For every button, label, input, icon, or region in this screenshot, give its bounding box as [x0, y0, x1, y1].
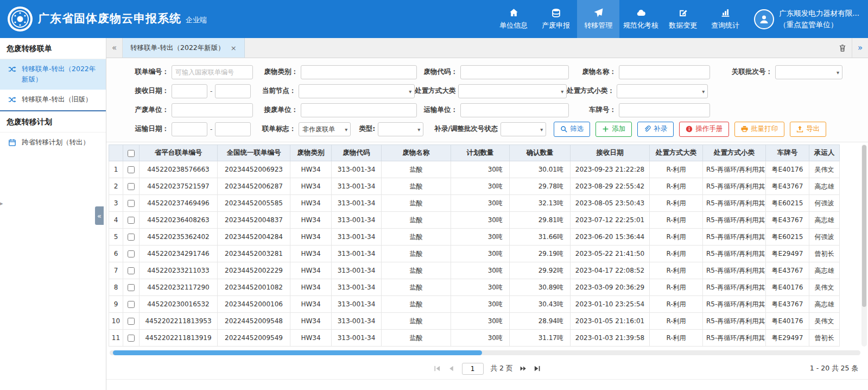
- cell-province-manifest-no: 445220237521597: [140, 178, 218, 195]
- first-page-button[interactable]: [434, 365, 441, 372]
- cell-waste-name: 盐酸: [382, 246, 451, 262]
- row-checkbox[interactable]: [128, 234, 135, 241]
- batch-status-select[interactable]: [500, 122, 546, 136]
- row-checkbox[interactable]: [128, 200, 135, 207]
- table-row[interactable]: 8 445220232117290 20234452001082 HW34 31…: [109, 279, 840, 296]
- prev-page-button[interactable]: [448, 365, 455, 372]
- table-row[interactable]: 3 445220237469496 20234452005585 HW34 31…: [109, 195, 840, 212]
- waste-name-input[interactable]: [619, 65, 710, 79]
- next-page-button[interactable]: [519, 365, 527, 372]
- disposal-major-select[interactable]: [458, 84, 567, 98]
- row-checkbox[interactable]: [128, 267, 135, 274]
- cell-disposal-minor: R5-再循环/再利用其: [703, 195, 766, 212]
- table-row[interactable]: 4 445220236408263 20234452004837 HW34 31…: [109, 212, 840, 229]
- cell-planned-qty: 30吨: [451, 161, 510, 178]
- cell-planned-qty: 30吨: [451, 246, 510, 262]
- tab-scroll-right-button[interactable]: »: [852, 38, 868, 58]
- sidebar-item-transfer-out-old[interactable]: 转移联单-转出（旧版）: [0, 90, 106, 110]
- row-checkbox[interactable]: [128, 183, 135, 190]
- sidebar-collapse-handle[interactable]: «: [95, 206, 104, 225]
- horizontal-scrollbar[interactable]: [110, 350, 860, 355]
- nav-item-unit-info[interactable]: 单位信息: [492, 0, 535, 38]
- nav-item-standard-assess[interactable]: 规范化考核: [619, 0, 662, 38]
- filter-button[interactable]: 筛选: [554, 122, 590, 137]
- row-checkbox[interactable]: [128, 318, 135, 325]
- nav-item-query-stats[interactable]: 查询统计: [704, 0, 746, 38]
- date-separator: -: [207, 87, 215, 95]
- table-row[interactable]: 11 4452202211813919 20224452009549 HW34 …: [109, 330, 840, 347]
- row-checkbox[interactable]: [128, 166, 135, 173]
- row-checkbox[interactable]: [128, 284, 135, 291]
- receive-date-start-input[interactable]: [172, 84, 207, 98]
- trash-icon[interactable]: [833, 38, 852, 58]
- tab-close-icon[interactable]: ×: [231, 44, 237, 52]
- app-title: 广东省固体废物云申报系统: [38, 12, 181, 26]
- filter-label-receiver: 接废单位：: [253, 105, 301, 115]
- manifest-flag-select[interactable]: 非作废联单: [299, 122, 351, 136]
- table-row[interactable]: 5 445220235362402 20234452004284 HW34 31…: [109, 229, 840, 246]
- tab-label: 转移联单-转出（2022年新版）: [130, 43, 225, 53]
- filter-label-batch-status: 补录/调整批次号状态: [423, 124, 500, 134]
- nav-item-waste-declare[interactable]: 产废申报: [535, 0, 577, 38]
- cell-plate-no: 粤E43767: [766, 262, 809, 279]
- producer-unit-input[interactable]: [172, 103, 253, 117]
- table-row[interactable]: 10 4452202211813953 20224452009548 HW34 …: [109, 313, 840, 330]
- sidebar-item-cross-province-plan[interactable]: 跨省转移计划（转出）: [0, 133, 106, 153]
- cell-confirmed-qty: 29.78吨: [510, 178, 571, 195]
- table-row[interactable]: 2 445220237521597 20234452006287 HW34 31…: [109, 178, 840, 195]
- row-checkbox[interactable]: [128, 335, 135, 342]
- nav-item-transfer-manage[interactable]: 转移管理: [577, 0, 619, 38]
- user-box[interactable]: 广东顺发电力器材有限... （重点监管单位）: [746, 8, 868, 30]
- current-node-select[interactable]: [299, 84, 415, 98]
- vertical-scrollbar-thumb[interactable]: [862, 145, 866, 307]
- plate-no-input[interactable]: [619, 103, 710, 117]
- table-row[interactable]: 7 445220233211033 20234452002229 HW34 31…: [109, 262, 840, 279]
- cell-waste-code: 313-001-34: [332, 161, 382, 178]
- export-button[interactable]: 导出: [790, 122, 826, 137]
- supplement-button[interactable]: 补录: [637, 122, 674, 137]
- cell-disposal-minor: R5-再循环/再利用其: [703, 330, 766, 347]
- table-row[interactable]: 1 445220238576663 20234452006923 HW34 31…: [109, 161, 840, 178]
- row-checkbox[interactable]: [128, 250, 135, 257]
- sidebar-item-transfer-out-2022[interactable]: 转移联单-转出（2022年新版）: [0, 59, 106, 90]
- cell-waste-code: 313-001-34: [332, 212, 382, 229]
- panel-expand-arrow[interactable]: ▸: [0, 200, 3, 207]
- waste-category-input[interactable]: [301, 65, 417, 79]
- table-row[interactable]: 6 445220234291746 20234452003281 HW34 31…: [109, 246, 840, 262]
- manifest-no-input[interactable]: [172, 65, 253, 79]
- row-checkbox-cell: [123, 161, 140, 178]
- column-header: 计划数量: [451, 145, 510, 161]
- row-checkbox-cell: [123, 296, 140, 313]
- disposal-minor-select[interactable]: [617, 84, 708, 98]
- receive-date-end-input[interactable]: [215, 84, 251, 98]
- row-checkbox[interactable]: [128, 301, 135, 308]
- transport-date-end-input[interactable]: [215, 122, 251, 136]
- select-all-checkbox[interactable]: [128, 150, 135, 157]
- filter-panel: 联单编号： 废物类别： 废物代码： 废物名称： 关联批次号：: [106, 58, 868, 142]
- cell-disposal-major: R-利用: [650, 313, 703, 330]
- add-button[interactable]: 添加: [595, 122, 632, 137]
- manual-button[interactable]: 操作手册: [679, 122, 729, 137]
- tab-scroll-left-button[interactable]: «: [106, 38, 123, 58]
- vertical-scrollbar[interactable]: [861, 144, 867, 347]
- last-page-button[interactable]: [534, 365, 541, 372]
- batch-print-button[interactable]: 批量打印: [734, 122, 784, 137]
- page-number-input[interactable]: [462, 363, 484, 375]
- user-avatar-icon: [754, 9, 774, 29]
- cell-province-manifest-no: 445220235362402: [140, 229, 218, 246]
- type-select[interactable]: [378, 122, 423, 136]
- column-header: 废物代码: [332, 145, 382, 161]
- tab-transfer-out-2022[interactable]: 转移联单-转出（2022年新版） ×: [123, 38, 245, 58]
- cell-waste-code: 313-001-34: [332, 296, 382, 313]
- waste-code-input[interactable]: [460, 65, 569, 79]
- table-row[interactable]: 9 445220230016532 20234452000106 HW34 31…: [109, 296, 840, 313]
- transport-unit-input[interactable]: [460, 103, 569, 117]
- related-batch-select[interactable]: [775, 65, 842, 79]
- nav-item-data-change[interactable]: 数据变更: [662, 0, 704, 38]
- receiver-unit-input[interactable]: [301, 103, 417, 117]
- row-checkbox[interactable]: [128, 217, 135, 224]
- row-index: 3: [109, 195, 123, 212]
- horizontal-scrollbar-thumb[interactable]: [113, 350, 482, 355]
- cell-plate-no: 粤E60215: [766, 229, 809, 246]
- transport-date-start-input[interactable]: [172, 122, 207, 136]
